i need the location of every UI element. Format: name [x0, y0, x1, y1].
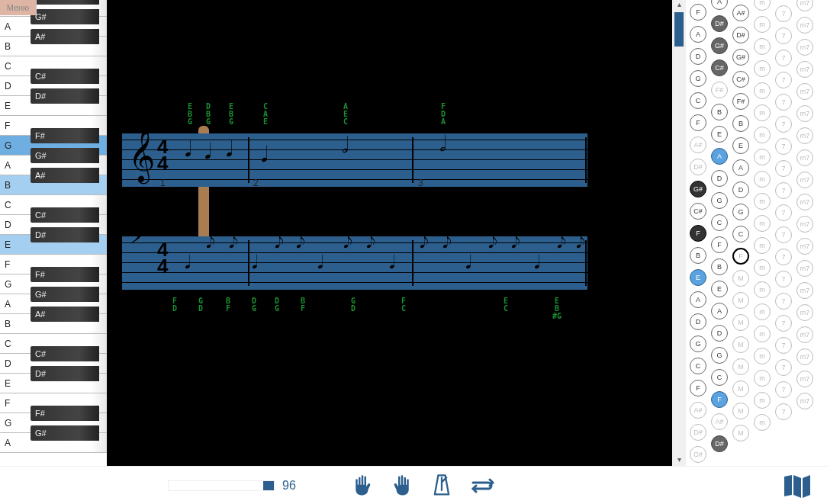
accordion-button[interactable]: D	[690, 48, 706, 65]
accordion-button[interactable]: D#	[711, 435, 728, 452]
accordion-button[interactable]: D	[732, 181, 749, 198]
accordion-button[interactable]: m7	[796, 39, 813, 56]
piano-black-key[interactable]: F#	[31, 267, 99, 282]
accordion-button[interactable]: C	[711, 214, 728, 231]
piano-black-key[interactable]: A#	[31, 29, 99, 44]
piano-black-key[interactable]: C#	[31, 346, 99, 361]
piano-black-key[interactable]: D#	[31, 366, 99, 381]
accordion-button[interactable]: 7	[775, 315, 792, 332]
accordion-button[interactable]: 7	[775, 359, 792, 376]
accordion-button[interactable]: C#	[690, 203, 706, 220]
accordion-button[interactable]: m	[754, 38, 771, 55]
piano-black-key[interactable]: F#	[31, 128, 99, 143]
accordion-button[interactable]: 7	[775, 5, 792, 22]
accordion-button[interactable]: E	[690, 269, 706, 286]
piano-black-key[interactable]: D#	[31, 227, 99, 242]
accordion-button[interactable]: m7	[796, 326, 813, 343]
accordion-button[interactable]: m	[754, 171, 771, 188]
piano-black-key[interactable]: G#	[31, 148, 99, 163]
accordion-button[interactable]: A#	[690, 136, 706, 153]
accordion-button[interactable]: m7	[796, 216, 813, 233]
piano-black-key[interactable]: F#	[31, 0, 99, 5]
accordion-button[interactable]: C#	[732, 71, 749, 88]
piano-black-key[interactable]: A#	[31, 168, 99, 183]
vertical-scrollbar[interactable]: ▴ ▾	[672, 0, 686, 466]
accordion-button[interactable]: 7	[775, 160, 792, 177]
accordion-button[interactable]: 7	[775, 249, 792, 265]
scroll-up-icon[interactable]: ▴	[674, 0, 684, 11]
accordion-button[interactable]: G#	[690, 446, 706, 463]
accordion-button[interactable]: G#	[711, 37, 728, 54]
accordion-button[interactable]: m	[754, 348, 771, 364]
accordion-button[interactable]: F#	[711, 82, 728, 98]
accordion-button[interactable]: B	[690, 247, 706, 264]
left-hand-icon[interactable]	[349, 473, 375, 499]
accordion-button[interactable]: m	[754, 326, 771, 342]
accordion-button[interactable]: G	[732, 204, 749, 220]
piano-black-key[interactable]: G#	[31, 425, 99, 441]
accordion-button[interactable]: m	[754, 237, 771, 254]
accordion-button[interactable]: M	[732, 292, 749, 309]
accordion-button[interactable]: 7	[775, 204, 792, 221]
accordion-button[interactable]: m	[754, 392, 771, 409]
metronome-icon[interactable]	[429, 473, 455, 499]
accordion-button[interactable]: m7	[796, 105, 813, 122]
accordion-button[interactable]: B	[711, 258, 728, 275]
accordion-button[interactable]: G	[711, 192, 728, 209]
accordion-button[interactable]: F	[732, 248, 749, 265]
piano-black-key[interactable]: A#	[31, 307, 99, 322]
accordion-button[interactable]: m	[754, 16, 771, 33]
accordion-button[interactable]: C	[732, 226, 749, 242]
accordion-button[interactable]: 7	[775, 138, 792, 155]
accordion-button[interactable]: D#	[732, 27, 749, 43]
accordion-button[interactable]: M	[732, 380, 749, 397]
accordion-button[interactable]: 7	[775, 182, 792, 199]
accordion-button[interactable]: 7	[775, 337, 792, 354]
accordion-button[interactable]: A	[690, 291, 706, 308]
accordion-button[interactable]: m7	[796, 149, 813, 166]
accordion-button[interactable]: D#	[690, 424, 706, 441]
accordion-button[interactable]: A	[711, 148, 728, 165]
map-view-icon[interactable]	[783, 473, 812, 499]
accordion-button[interactable]: m	[754, 193, 771, 210]
accordion-button[interactable]: m7	[796, 282, 813, 299]
accordion-button[interactable]: M	[732, 314, 749, 331]
accordion-button[interactable]: m	[754, 215, 771, 232]
accordion-button[interactable]: E	[711, 126, 728, 143]
accordion-button[interactable]: m7	[796, 304, 813, 321]
accordion-button[interactable]: F	[690, 4, 706, 21]
accordion-button[interactable]: D	[711, 325, 728, 342]
scroll-thumb[interactable]	[674, 12, 684, 47]
tempo-slider-thumb[interactable]	[263, 481, 274, 490]
piano-black-key[interactable]: C#	[31, 69, 99, 84]
accordion-button[interactable]: 7	[775, 72, 792, 88]
accordion-button[interactable]: m7	[796, 260, 813, 277]
accordion-button[interactable]: m7	[796, 371, 813, 387]
piano-black-key[interactable]: D#	[31, 88, 99, 104]
accordion-button[interactable]: E	[732, 137, 749, 154]
accordion-button[interactable]: F	[690, 225, 706, 242]
accordion-button[interactable]: 7	[775, 293, 792, 310]
accordion-button[interactable]: G#	[732, 49, 749, 66]
accordion-button[interactable]: B	[732, 115, 749, 132]
piano-black-key[interactable]: C#	[31, 207, 99, 223]
accordion-button[interactable]: G	[690, 335, 706, 352]
accordion-button[interactable]: G	[690, 70, 706, 87]
accordion-button[interactable]: m	[754, 414, 771, 431]
accordion-buttons-panel[interactable]: FADGCFA#D#G#C#FBEADGCFA#D#G#AD#G#C#F#BEA…	[686, 0, 827, 466]
accordion-button[interactable]: m7	[796, 194, 813, 210]
accordion-button[interactable]: C#	[711, 59, 728, 76]
accordion-button[interactable]: A	[690, 26, 706, 43]
accordion-button[interactable]: 7	[775, 50, 792, 66]
accordion-button[interactable]: m	[754, 127, 771, 143]
right-hand-icon[interactable]	[389, 473, 415, 499]
piano-keyboard[interactable]: Меню F#GG#AA#BCC#DD#EFF#GG#AA#BCC#DD#EFF…	[0, 0, 107, 466]
accordion-button[interactable]: F	[690, 114, 706, 131]
accordion-button[interactable]: F	[690, 380, 706, 396]
accordion-button[interactable]: M	[732, 403, 749, 419]
accordion-button[interactable]: A#	[711, 413, 728, 430]
accordion-button[interactable]: C	[690, 92, 706, 109]
accordion-button[interactable]: m	[754, 0, 771, 11]
accordion-button[interactable]: C	[690, 358, 706, 374]
accordion-button[interactable]: m	[754, 303, 771, 320]
